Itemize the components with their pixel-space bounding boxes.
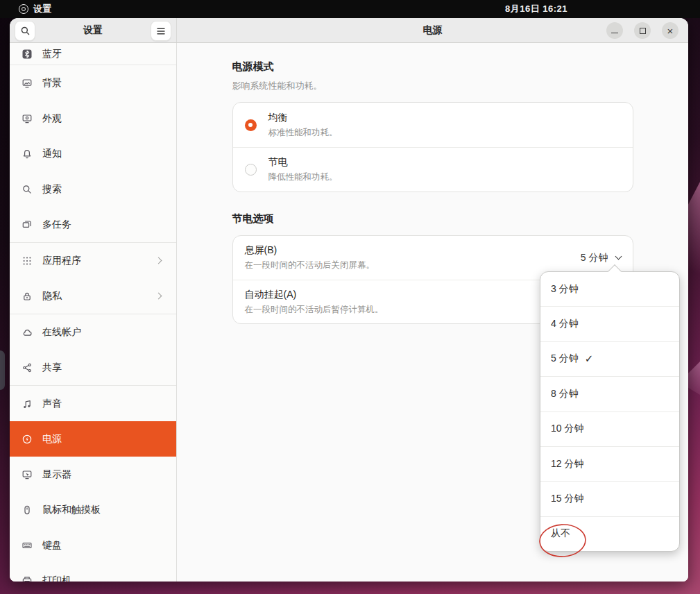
clock[interactable]: 8月16日 16:21 [505,0,567,18]
sidebar-item-label: 搜索 [42,183,62,196]
sidebar-item-search[interactable]: 搜索 [10,171,176,207]
privacy-lock-icon [22,291,33,302]
desktop: 设置 8月16日 16:21 设置 电源 [0,0,700,594]
sidebar-item-label: 共享 [42,362,62,374]
option-description: 降低性能和功耗。 [268,171,338,183]
minimize-button[interactable] [606,22,623,39]
sidebar-item-label: 显示器 [42,468,71,481]
sidebar-item-power[interactable]: 电源 [10,421,176,457]
sidebar-item-label: 电源 [42,433,62,446]
row-description: 在一段时间的不活动后关闭屏幕。 [245,260,375,271]
sidebar-item-sound[interactable]: 声音 [10,386,176,421]
sidebar-item-label: 鼠标和触摸板 [42,504,101,516]
mouse-icon [22,504,33,516]
dropdown-option-10min[interactable]: 10 分钟 [540,411,679,446]
dropdown-option-never[interactable]: 从不 [540,516,679,551]
radio-balanced[interactable] [245,119,257,131]
sidebar-item-label: 在线帐户 [42,326,81,339]
applications-icon [22,255,33,266]
active-app-name: 设置 [33,3,51,15]
primary-menu-button[interactable] [151,21,171,41]
bluetooth-icon [22,49,33,60]
option-label: 节电 [268,156,338,169]
dropdown-option-5min[interactable]: 5 分钟 [540,341,679,376]
sidebar: 蓝牙 背景 外观 [10,43,177,582]
screen-blank-value: 5 分钟 [581,252,608,264]
titlebar: 设置 电源 × [10,18,688,43]
close-button[interactable]: × [662,22,678,39]
power-mode-card: 均衡 标准性能和功耗。 节电 降低性能和功耗。 [232,102,633,192]
share-icon [22,362,33,373]
dropdown-option-label: 5 分钟 [551,353,579,365]
sidebar-item-appearance[interactable]: 外观 [10,101,176,136]
row-description: 在一段时间的不活动后暂停计算机。 [245,304,384,316]
sidebar-item-label: 背景 [42,77,62,90]
sidebar-item-background[interactable]: 背景 [10,65,176,101]
sidebar-item-label: 声音 [42,398,62,410]
dropdown-option-4min[interactable]: 4 分钟 [540,306,679,341]
search-icon [20,26,31,36]
chevron-down-icon [615,253,622,260]
radio-power-saver[interactable] [245,164,257,176]
background-icon [22,78,33,89]
row-label: 息屏(B) [245,244,375,257]
dropdown-option-3min[interactable]: 3 分钟 [540,272,679,306]
active-app-menu[interactable]: 设置 [19,3,51,15]
dropdown-option-label: 15 分钟 [551,493,583,505]
dropdown-option-15min[interactable]: 15 分钟 [540,481,679,516]
dropdown-option-8min[interactable]: 8 分钟 [540,376,679,411]
chevron-right-icon [155,293,162,300]
dropdown-option-label: 从不 [551,527,570,540]
row-label: 自动挂起(A) [245,289,384,301]
sidebar-item-printers[interactable]: 打印机 [10,563,176,582]
section-title-power-saving: 节电选项 [232,212,633,226]
sidebar-item-notifications[interactable]: 通知 [10,136,176,171]
option-description: 标准性能和功耗。 [268,127,338,139]
sidebar-item-label: 键盘 [42,539,62,552]
sidebar-item-multitasking[interactable]: 多任务 [10,207,176,242]
search-button[interactable] [15,21,35,41]
music-note-icon [22,398,33,409]
appearance-icon [22,113,33,124]
dropdown-option-12min[interactable]: 12 分钟 [540,446,679,481]
sidebar-item-online-accounts[interactable]: 在线帐户 [10,314,176,350]
sidebar-item-label: 通知 [42,148,62,160]
multitasking-icon [22,219,33,230]
screen-blank-dropdown-menu: 3 分钟 4 分钟 5 分钟 8 分钟 10 分钟 12 分钟 15 分钟 从不 [540,271,680,552]
sidebar-item-bluetooth[interactable]: 蓝牙 [10,43,176,65]
screen-blank-dropdown-button[interactable]: 5 分钟 [581,252,621,264]
sidebar-item-mouse-touchpad[interactable]: 鼠标和触摸板 [10,492,176,527]
sidebar-item-applications[interactable]: 应用程序 [10,243,176,278]
power-icon [22,434,33,445]
option-row-balanced[interactable]: 均衡 标准性能和功耗。 [233,103,633,147]
maximize-button[interactable] [634,22,651,39]
section-subtitle-power-mode: 影响系统性能和功耗。 [232,80,633,92]
sidebar-item-displays[interactable]: 显示器 [10,457,176,492]
dropdown-option-label: 8 分钟 [551,388,579,400]
sidebar-item-label: 多任务 [42,219,71,231]
dropdown-option-label: 3 分钟 [551,283,579,296]
dropdown-option-label: 12 分钟 [551,458,583,470]
hamburger-menu-icon [156,27,166,35]
sidebar-item-sharing[interactable]: 共享 [10,350,176,385]
cloud-icon [22,327,33,338]
close-icon: × [667,26,674,36]
dock-reveal-handle[interactable] [0,350,5,390]
sidebar-item-label: 蓝牙 [42,48,62,60]
sidebar-item-privacy[interactable]: 隐私 [10,278,176,314]
window-controls: × [606,22,678,39]
option-row-power-saver[interactable]: 节电 降低性能和功耗。 [233,147,633,192]
sidebar-item-label: 隐私 [42,290,62,303]
sidebar-title: 设置 [83,24,103,37]
sidebar-item-keyboard[interactable]: 键盘 [10,527,176,563]
settings-gear-icon [19,4,28,14]
dropdown-option-label: 4 分钟 [551,318,579,330]
sidebar-item-label: 打印机 [42,575,71,582]
sidebar-header: 设置 [10,18,177,42]
content-header: 电源 × [177,18,688,42]
chevron-right-icon [155,257,162,264]
display-icon [22,469,33,480]
dropdown-option-label: 10 分钟 [551,423,583,435]
sidebar-item-label: 应用程序 [42,255,81,267]
keyboard-icon [22,540,33,551]
